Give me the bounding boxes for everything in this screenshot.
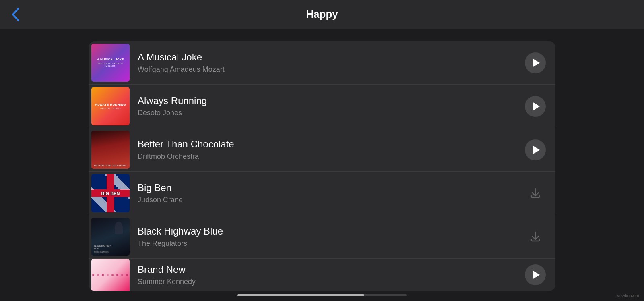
content-area: A MUSICAL JOKE WOLFGANG AMADEUS MOZART A… <box>0 29 644 301</box>
download-icon <box>529 230 542 243</box>
scrollbar[interactable] <box>237 294 407 296</box>
track-title: A Musical Joke <box>138 52 525 63</box>
track-title: Always Running <box>138 95 525 106</box>
album-art-text: BLACK HIGHWAY BLUE The Regulators <box>94 245 111 253</box>
track-info: A Musical Joke Wolfgang Amadeus Mozart <box>138 52 525 74</box>
download-button[interactable] <box>525 226 546 247</box>
album-art: BIG BEN <box>91 174 130 212</box>
play-icon <box>533 270 540 279</box>
watermark: wiselin.com <box>616 293 639 298</box>
header: Happy <box>0 0 644 29</box>
play-button[interactable] <box>525 96 546 117</box>
album-art: BETTER THAN CHOCOLATE <box>91 131 130 169</box>
album-art: A MUSICAL JOKE WOLFGANG AMADEUS MOZART <box>91 44 130 82</box>
scrollbar-thumb <box>237 294 364 296</box>
track-info: Always Running Desoto Jones <box>138 95 525 117</box>
track-row[interactable]: BETTER THAN CHOCOLATE Better Than Chocol… <box>89 128 555 172</box>
play-icon <box>533 145 540 154</box>
track-row[interactable]: BIG BEN Big Ben Judson Crane <box>89 172 555 215</box>
track-title: Big Ben <box>138 182 525 193</box>
play-button[interactable] <box>525 139 546 160</box>
track-artist: Wolfgang Amadeus Mozart <box>138 65 525 74</box>
album-art-text: BETTER THAN CHOCOLATE <box>94 164 127 167</box>
track-artist: The Regulators <box>138 239 525 248</box>
track-info: Brand New Summer Kennedy <box>138 264 525 286</box>
track-row[interactable]: Always Running Desoto Jones Always Runni… <box>89 85 555 128</box>
track-title: Better Than Chocolate <box>138 139 525 150</box>
track-info: Black Highway Blue The Regulators <box>138 226 525 248</box>
album-art-text: Always Running Desoto Jones <box>95 102 126 110</box>
download-button[interactable] <box>525 183 546 204</box>
play-button[interactable] <box>525 52 546 73</box>
track-row[interactable]: A MUSICAL JOKE WOLFGANG AMADEUS MOZART A… <box>89 41 555 85</box>
album-art-text: A MUSICAL JOKE WOLFGANG AMADEUS MOZART <box>94 58 127 67</box>
track-artist: Judson Crane <box>138 196 525 204</box>
track-title: Black Highway Blue <box>138 226 525 237</box>
play-icon <box>533 102 540 111</box>
track-info: Better Than Chocolate Driftmob Orchestra <box>138 139 525 161</box>
download-icon <box>529 187 542 200</box>
track-info: Big Ben Judson Crane <box>138 182 525 204</box>
track-artist: Summer Kennedy <box>138 278 525 286</box>
track-row[interactable]: Brand New Summer Kennedy <box>89 259 555 291</box>
track-artist: Driftmob Orchestra <box>138 152 525 161</box>
track-title: Brand New <box>138 264 525 275</box>
back-button[interactable] <box>11 7 20 22</box>
album-art: BLACK HIGHWAY BLUE The Regulators <box>91 218 130 256</box>
page-title: Happy <box>306 8 338 21</box>
play-icon <box>533 58 540 67</box>
play-button[interactable] <box>525 264 546 285</box>
album-art-text: BIG BEN <box>101 191 120 196</box>
album-art: Always Running Desoto Jones <box>91 87 130 125</box>
track-artist: Desoto Jones <box>138 109 525 117</box>
playlist: A MUSICAL JOKE WOLFGANG AMADEUS MOZART A… <box>89 41 555 291</box>
album-art <box>91 259 130 291</box>
scrollbar-track <box>237 294 407 296</box>
track-row[interactable]: BLACK HIGHWAY BLUE The Regulators Black … <box>89 215 555 259</box>
